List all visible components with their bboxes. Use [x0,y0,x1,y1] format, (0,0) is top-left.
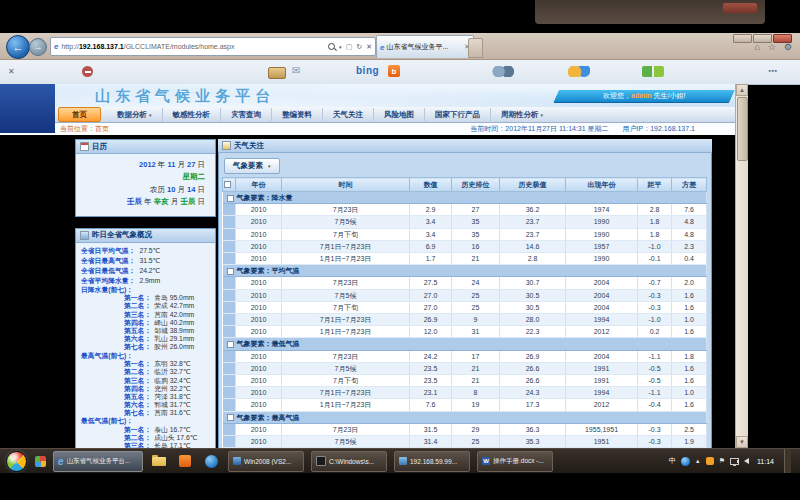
column-header[interactable]: 时间 [282,178,410,192]
table-row[interactable]: 20107月5候23.52126.61991-0.51.6 [223,362,707,374]
column-header[interactable]: 出现年份 [566,178,638,192]
row-selector-cell[interactable] [223,399,236,411]
clock[interactable]: 11:14 [757,458,774,465]
table-row[interactable]: 20107月下旬27.02530.52004-0.31.6 [223,301,707,313]
column-header[interactable]: 历史排位 [452,178,500,192]
hidden-icons-caret[interactable]: ▲ [695,458,701,464]
toolbar-close-icon[interactable]: ✕ [8,67,15,76]
folder-icon[interactable] [149,452,169,471]
row-selector-cell[interactable] [223,277,236,289]
cmd-task-button[interactable]: C:\Windows\s... [311,451,387,472]
home-icon[interactable]: ⌂ [754,42,759,52]
table-row[interactable]: 20101月1日~7月23日12.03122.320120.21.6 [223,326,707,338]
table-row[interactable]: 20107月5候27.02530.52004-0.31.6 [223,289,707,301]
pinned-app-icon[interactable] [35,456,46,467]
show-desktop-button[interactable] [784,449,791,473]
blue-tray-icon[interactable] [681,457,690,466]
table-group-row[interactable]: 气象要素：最低气温 [223,338,707,350]
row-selector-cell[interactable] [223,436,236,448]
bing-search-button[interactable]: b [388,65,400,77]
gear-icon[interactable]: ⚙ [784,42,792,52]
remote-task-button[interactable]: 192.168.59.99... [394,451,470,472]
new-tab-button[interactable] [468,38,483,58]
table-row[interactable]: 20101月1日~7月23日7.61917.32012-0.41.6 [223,399,707,411]
checkbox[interactable] [224,181,231,188]
address-bar[interactable]: e http://192.168.137.1/GLCCLIMATE/module… [50,37,376,56]
table-row[interactable]: 20107月下旬3.43523.719901.84.8 [223,228,707,240]
blue-app-icon[interactable] [201,452,221,471]
menu-item-compiled-data[interactable]: 整编资料 [272,108,323,121]
messenger-icon[interactable] [492,66,514,77]
row-selector-cell[interactable] [223,375,236,387]
word-task-button[interactable]: W操作手册.docx -... [477,451,553,472]
search-dropdown-icon[interactable]: ▾ [339,44,342,50]
table-row[interactable]: 20107月下旬23.52126.61991-0.51.6 [223,375,707,387]
table-group-row[interactable]: 气象要素：平均气温 [223,265,707,277]
page-scrollbar[interactable]: ▲ ▼ [735,84,748,448]
toolbar-more-icon[interactable]: ⋯ [768,66,778,76]
menu-item-sensitivity-analysis[interactable]: 敏感性分析 [163,108,222,121]
card-icon[interactable] [268,67,286,79]
table-row[interactable]: 20107月5候31.42535.31951-0.31.9 [223,436,707,448]
checkbox[interactable] [227,195,234,202]
table-row[interactable]: 20107月23日2.92736.219742.87.6 [223,204,707,216]
table-row[interactable]: 20107月23日24.21726.92004-1.11.8 [223,350,707,362]
scrollbar-thumb[interactable] [737,97,748,161]
ie-task-button[interactable]: e 山东省气候业务平台... [53,451,143,472]
menu-item-weather-watch[interactable]: 天气关注 [323,108,374,121]
search-icon[interactable] [328,43,335,50]
apps-icon[interactable] [642,66,664,77]
start-button[interactable] [6,451,27,472]
stop-icon[interactable]: ✕ [366,43,372,51]
refresh-icon[interactable]: ↻ [356,43,362,51]
checkbox[interactable] [227,414,234,421]
column-header[interactable]: 数值 [410,178,452,192]
row-selector-cell[interactable] [223,350,236,362]
menu-item-disaster-query[interactable]: 灾害查询 [221,108,272,121]
scroll-down-icon[interactable]: ▼ [736,436,748,448]
table-row[interactable]: 20107月23日27.52430.72004-0.72.0 [223,277,707,289]
mail-icon[interactable]: ✉ [292,65,300,76]
column-header[interactable]: 年份 [236,178,282,192]
weather-app-icon[interactable] [568,66,590,77]
menu-item-periodic-analysis[interactable]: 周期性分析▾ [491,108,553,122]
menu-item-data-analysis[interactable]: 数据分析▾ [107,108,163,122]
table-row[interactable]: 20107月23日31.52936.31955,1951-0.32.5 [223,423,707,435]
menu-item-national-products[interactable]: 国家下行产品 [425,108,491,121]
breadcrumb-location[interactable]: 当前位置：首页 [60,123,109,135]
element-filter-button[interactable]: 气象要素▾ [224,158,280,174]
table-row[interactable]: 20101月1日~7月23日1.7212.81990-0.10.4 [223,253,707,265]
browser-tab[interactable]: e 山东省气候业务平... ✕ [376,35,474,58]
row-selector-cell[interactable] [223,289,236,301]
table-row[interactable]: 20107月5候3.43523.719901.84.8 [223,216,707,228]
action-center-flag-icon[interactable]: ⚑ [719,457,725,465]
bing-logo[interactable]: bing [356,65,379,76]
row-selector-cell[interactable] [223,301,236,313]
scroll-up-icon[interactable]: ▲ [736,84,748,96]
table-group-row[interactable]: 气象要素：最高气温 [223,411,707,423]
column-header[interactable]: 距平 [638,178,672,192]
menu-item-risk-map[interactable]: 风险地图 [374,108,425,121]
row-selector-cell[interactable] [223,253,236,265]
language-indicator[interactable]: 中 [669,456,676,466]
row-selector-cell[interactable] [223,362,236,374]
column-header[interactable]: 方差 [672,178,707,192]
minimize-button[interactable] [733,34,752,43]
row-selector-cell[interactable] [223,314,236,326]
row-selector-cell[interactable] [223,423,236,435]
column-header[interactable]: 历史极值 [500,178,566,192]
table-row[interactable]: 20107月1日~7月23日6.91614.61957-1.02.3 [223,240,707,252]
table-group-row[interactable]: 气象要素：降水量 [223,192,707,204]
orange-app-icon[interactable] [175,452,195,471]
table-row[interactable]: 20107月1日~7月23日23.1824.31994-1.11.0 [223,387,707,399]
checkbox[interactable] [227,268,234,275]
forward-button[interactable]: → [29,38,47,56]
row-selector-cell[interactable] [223,326,236,338]
win2008-task-button[interactable]: Win2008 (VS2... [228,451,304,472]
orange-tray-icon[interactable] [706,457,714,465]
favorites-star-icon[interactable]: ☆ [768,42,776,52]
row-selector-cell[interactable] [223,387,236,399]
compat-view-icon[interactable]: ▢ [346,43,353,51]
row-selector-cell[interactable] [223,228,236,240]
volume-icon[interactable] [744,458,749,464]
